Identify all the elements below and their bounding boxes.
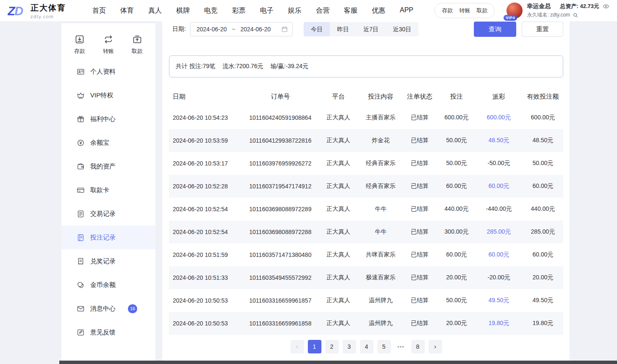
cell-valid-bet: 440.00元: [523, 205, 563, 213]
cell-payout: 60.00元: [475, 182, 523, 190]
cell-date: 2024-06-20 10:54:23: [169, 114, 244, 121]
sidebar-item-9[interactable]: 金币余额: [61, 273, 155, 297]
wallet-actions: 存款转账取款: [434, 3, 495, 18]
cell-order: 1011603719547174912: [244, 183, 317, 190]
pagination-next-icon[interactable]: ›: [429, 340, 442, 353]
cell-content: 极速百家乐: [360, 274, 401, 281]
sidebar-item-0[interactable]: 个人资料: [61, 60, 155, 83]
nav-item-5[interactable]: 彩票: [232, 6, 246, 15]
quick-range-button-3[interactable]: 近30日: [386, 22, 419, 36]
nav-item-7[interactable]: 娱乐: [288, 6, 302, 15]
cell-content: 经典百家乐: [360, 182, 401, 190]
brand-name: 正大体育: [30, 3, 66, 14]
pagination-page-2[interactable]: 2: [325, 340, 339, 353]
summary-turnover: 流水:7200.76元: [222, 63, 263, 70]
wallet-action-2[interactable]: 取款: [476, 7, 487, 14]
nav-item-3[interactable]: 棋牌: [176, 6, 190, 15]
sidebar-item-label: 福利中心: [90, 115, 116, 123]
cell-date: 2024-06-20 10:51:33: [169, 274, 244, 281]
cell-status: 已结算: [401, 182, 438, 190]
date-range-input[interactable]: 2024-06-20 ~ 2024-06-20: [190, 22, 293, 36]
nav-item-6[interactable]: 电子: [260, 6, 274, 15]
sidebar-item-8[interactable]: 兑奖记录: [61, 249, 155, 273]
sidebar-shortcut-2[interactable]: 取款: [132, 34, 143, 60]
sidebar-item-5[interactable]: 取款卡: [61, 178, 155, 202]
transfer-icon: [103, 34, 113, 44]
nav-item-0[interactable]: 首页: [92, 6, 106, 15]
cell-order: 1011603698088972288: [244, 229, 317, 235]
cell-payout: 600.00元: [475, 114, 523, 121]
sidebar-item-4[interactable]: 我的资产: [61, 154, 155, 178]
sidebar-item-7[interactable]: 投注记录: [61, 226, 155, 249]
summary-winloss: 输/赢:-39.24元: [271, 63, 308, 70]
sidebar-item-11[interactable]: 意见反馈: [61, 320, 155, 344]
reset-button[interactable]: 重置: [522, 22, 563, 37]
quick-range-button-1[interactable]: 昨日: [330, 22, 356, 36]
cell-date: 2024-06-20 10:50:53: [169, 297, 244, 304]
cell-payout: 60.00元: [475, 251, 523, 259]
cell-platform: 正大真人: [317, 114, 360, 121]
sidebar-item-label: 交易记录: [90, 210, 116, 218]
cell-platform: 正大真人: [317, 274, 360, 281]
summary-total: 共计 投注:79笔: [176, 63, 215, 70]
sidebar-item-10[interactable]: 消息中心16: [61, 297, 155, 320]
cell-platform: 正大真人: [317, 182, 360, 190]
sidebar-shortcut-1[interactable]: 转账: [103, 34, 114, 60]
sidebar-item-label: 意见反馈: [90, 328, 116, 336]
cell-content: 牛牛: [360, 205, 401, 213]
calendar-icon[interactable]: [281, 26, 288, 33]
nav-item-10[interactable]: 优惠: [372, 6, 385, 15]
brand-logo[interactable]: ZD 正大体育 zdty.com: [8, 3, 66, 19]
cell-status: 已结算: [401, 114, 438, 121]
sidebar-item-6[interactable]: 交易记录: [61, 202, 155, 226]
nav-item-11[interactable]: APP: [400, 6, 413, 15]
sidebar-shortcuts: 存款转账取款: [61, 23, 155, 60]
search-button[interactable]: 查询: [474, 22, 516, 37]
cell-status: 已结算: [401, 228, 438, 236]
column-header: 有效投注额: [523, 93, 563, 101]
pagination-page-8[interactable]: 8: [411, 340, 425, 353]
cell-order: 1011603316659961857: [244, 297, 317, 304]
cell-valid-bet: 60.00元: [523, 182, 563, 190]
taskbar-edge: [59, 361, 617, 364]
summary-bar: 共计 投注:79笔 流水:7200.76元 输/赢:-39.24元: [169, 55, 563, 77]
quick-range-button-0[interactable]: 今日: [304, 22, 330, 36]
avatar[interactable]: VIP4: [506, 3, 523, 19]
sidebar-item-1[interactable]: VIP特权: [61, 83, 155, 107]
nav-item-8[interactable]: 合营: [316, 6, 329, 15]
gift-icon: [77, 115, 85, 123]
pagination-page-5[interactable]: 5: [377, 340, 391, 353]
cell-platform: 正大真人: [317, 137, 360, 144]
cell-payout: 285.00元: [475, 228, 523, 236]
nav-item-2[interactable]: 真人: [148, 6, 162, 15]
main-nav: 首页体育真人棋牌电竞彩票电子娱乐合营客服优惠APP: [92, 6, 413, 15]
sidebar-item-label: 取款卡: [90, 186, 109, 194]
quick-range-button-2[interactable]: 近7日: [356, 22, 386, 36]
sidebar-item-2[interactable]: 福利中心: [61, 107, 155, 131]
sidebar-shortcut-0[interactable]: 存款: [74, 34, 85, 60]
pagination-page-1[interactable]: 1: [308, 340, 321, 353]
wallet-action-0[interactable]: 存款: [442, 7, 453, 14]
date-separator: ~: [232, 26, 235, 33]
cell-order: 1011604129938722816: [244, 137, 317, 144]
nav-item-4[interactable]: 电竞: [204, 6, 218, 15]
pagination-prev-icon[interactable]: ‹: [291, 340, 304, 353]
sidebar: 存款转账取款 个人资料VIP特权福利中心余额宝我的资产取款卡交易记录投注记录兑奖…: [61, 23, 155, 361]
cell-order: 1011604240591908864: [244, 114, 317, 121]
assets-label: 总资产:: [560, 3, 578, 9]
search-icon[interactable]: [573, 12, 578, 18]
eye-icon[interactable]: [603, 3, 609, 10]
table-row: 2024-06-20 10:50:531011603316659961858正大…: [169, 312, 563, 335]
wallet-action-1[interactable]: 转账: [459, 7, 470, 14]
cell-payout: -20.00元: [475, 274, 523, 281]
pagination-page-4[interactable]: 4: [360, 340, 374, 353]
nav-item-1[interactable]: 体育: [120, 6, 134, 15]
nav-item-9[interactable]: 客服: [344, 6, 357, 15]
cell-status: 已结算: [401, 251, 438, 259]
withdraw-icon: [132, 34, 142, 44]
pagination-page-3[interactable]: 3: [343, 340, 356, 353]
column-header: 订单号: [244, 93, 317, 101]
sidebar-item-3[interactable]: 余额宝: [61, 131, 155, 154]
table-row: 2024-06-20 10:53:591011604129938722816正大…: [169, 129, 563, 152]
cell-bet: 50.00元: [438, 137, 475, 144]
